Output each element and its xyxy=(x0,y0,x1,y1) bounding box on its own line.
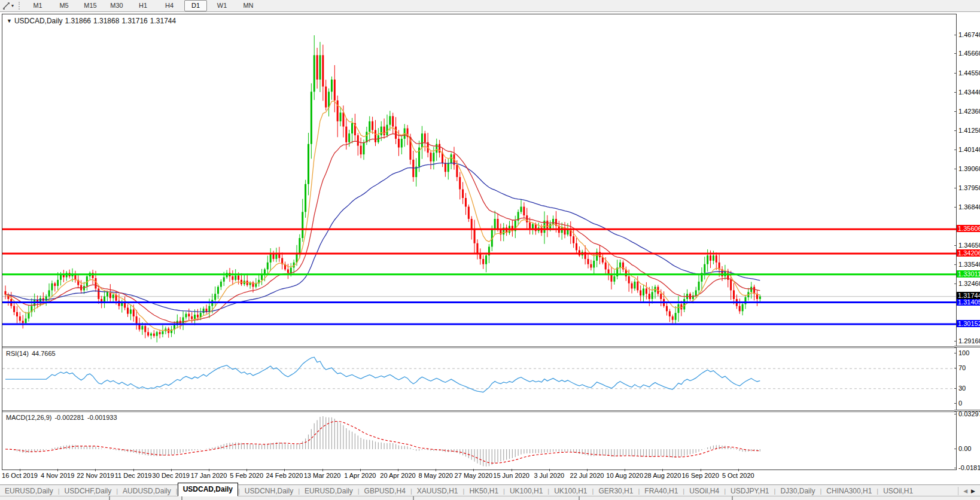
rsi-name: RSI(14) xyxy=(6,350,29,357)
date-label: 4 Nov 2019 xyxy=(41,472,74,479)
hline-price-label: 1.34206 xyxy=(957,249,980,257)
timeframe-button-h4[interactable]: H4 xyxy=(158,0,181,11)
price-panel[interactable]: ▼ USDCAD,Daily 1.31866 1.31868 1.31716 1… xyxy=(2,14,956,346)
date-label: 13 Mar 2020 xyxy=(304,472,341,479)
price-tick-label: 1.34650 xyxy=(958,242,980,249)
symbol-tab-eurusd-0[interactable]: EURUSD,Daily xyxy=(0,486,58,496)
rsi-panel[interactable]: RSI(14)44.7665 xyxy=(2,348,956,410)
axis-tick xyxy=(954,207,957,208)
price-tick-label: 30 xyxy=(958,385,966,392)
date-tick xyxy=(738,469,739,471)
timeframe-button-m30[interactable]: M30 xyxy=(105,0,128,11)
price-tick-label: -0.018154 xyxy=(958,465,980,471)
macd-panel[interactable]: MACD(12,26,9)-0.002281-0.001933 xyxy=(2,412,956,469)
symbol-tab-gbpusd-6[interactable]: GBPUSD,H4 xyxy=(360,486,410,496)
timeframe-button-m15[interactable]: M15 xyxy=(79,0,102,11)
axis-tick xyxy=(954,111,957,112)
axis-tick xyxy=(954,414,957,414)
symbol-tab-hk50-8[interactable]: HK50,H1 xyxy=(464,486,503,496)
symbol-tab-usoil-13[interactable]: USOil,H4 xyxy=(684,486,724,496)
crosshair-tool-icon xyxy=(2,2,10,10)
timeframe-button-mn[interactable]: MN xyxy=(237,0,260,11)
hline-price-label: 1.31405 xyxy=(957,298,980,306)
axis-tick xyxy=(954,245,957,246)
current-price-label: 1.31744 xyxy=(957,292,980,299)
top-toolbar: ▾ M1M5M15M30H1H4D1W1MN xyxy=(0,0,980,12)
chart-window: ▼ USDCAD,Daily 1.31866 1.31868 1.31716 1… xyxy=(2,14,957,470)
date-label: 3 Jul 2020 xyxy=(534,472,564,479)
price-tick-label: 1.37950 xyxy=(958,185,980,191)
symbol-tab-uk100-10[interactable]: UK100,H1 xyxy=(549,486,592,496)
status-strip xyxy=(0,496,980,500)
date-tick xyxy=(662,469,663,471)
date-label: 5 Oct 2020 xyxy=(722,472,754,479)
date-tick xyxy=(284,469,285,471)
collapse-triangle-icon[interactable]: ▼ xyxy=(7,18,12,24)
symbol-tab-ger30-11[interactable]: GER30,H1 xyxy=(594,486,638,496)
date-tick xyxy=(57,469,58,471)
date-label: 10 Aug 2020 xyxy=(606,472,643,479)
timeframe-button-m1[interactable]: M1 xyxy=(26,0,49,11)
symbol-tab-uk100-9[interactable]: UK100,H1 xyxy=(505,486,547,496)
date-tick xyxy=(20,469,20,471)
price-tick-label: 1.29160 xyxy=(958,338,980,344)
chevron-down-icon[interactable]: ▾ xyxy=(11,3,14,8)
axis-tick xyxy=(954,73,957,74)
tab-scroll-right-icon[interactable]: ▶ xyxy=(971,488,975,494)
axis-tick xyxy=(954,130,957,131)
price-tick-label: 1.33540 xyxy=(958,261,980,268)
axis-tick xyxy=(954,368,957,368)
date-tick xyxy=(360,469,361,471)
timeframe-button-h1[interactable]: H1 xyxy=(132,0,154,11)
symbol-tab-usdjpy-14[interactable]: USDJPY,H1 xyxy=(726,486,774,496)
date-label: 28 Aug 2020 xyxy=(644,472,681,479)
symbol-tab-bar: EURUSD,Daily|USDCHF,Daily|AUDUSD,Daily|U… xyxy=(0,484,980,496)
date-tick xyxy=(95,469,96,471)
axis-tick xyxy=(954,92,957,93)
symbol-tab-usdcad-3[interactable]: USDCAD,Daily xyxy=(178,483,238,496)
price-tick-label: 0 xyxy=(958,400,962,407)
axis-tick xyxy=(954,388,957,389)
symbol-tab-usdcnh-4[interactable]: USDCNH,Daily xyxy=(240,486,298,496)
axis-tick xyxy=(954,341,957,342)
symbol-tab-fra40-12[interactable]: FRA40,H1 xyxy=(640,486,683,496)
tab-scroll-left-icon[interactable]: ◀ xyxy=(963,488,967,494)
symbol-tab-usdchf-1[interactable]: USDCHF,Daily xyxy=(60,486,117,496)
date-tick xyxy=(587,469,588,471)
axis-tick xyxy=(954,53,957,54)
symbol-tab-audusd-2[interactable]: AUDUSD,Daily xyxy=(118,486,176,496)
date-tick xyxy=(436,469,436,471)
price-tick-label: 1.42360 xyxy=(958,108,980,115)
quote-high: 1.31868 xyxy=(93,17,119,25)
timeframe-button-d1[interactable]: D1 xyxy=(184,0,207,11)
timeframe-button-w1[interactable]: W1 xyxy=(211,0,233,11)
toolbar-grip xyxy=(19,2,23,10)
axis-tick xyxy=(954,449,957,449)
axis-tick xyxy=(954,169,957,169)
symbol-tab-usoil-17[interactable]: USOil,H1 xyxy=(878,486,918,496)
cursor-tool-button[interactable]: ▾ xyxy=(0,0,16,11)
axis-tick xyxy=(954,264,957,265)
date-label: 22 Jul 2020 xyxy=(570,472,604,479)
symbol-tab-dj30-15[interactable]: DJ30,Daily xyxy=(775,486,820,496)
date-tick xyxy=(512,469,512,471)
date-axis[interactable]: 16 Oct 20194 Nov 201922 Nov 201911 Dec 2… xyxy=(2,470,957,478)
macd-label: MACD(12,26,9)-0.002281-0.001933 xyxy=(6,414,120,421)
date-tick xyxy=(625,469,625,471)
price-scale[interactable]: 1.467401.456601.445501.434401.423601.412… xyxy=(957,14,980,469)
symbol-tab-xauusd-7[interactable]: XAUUSD,H1 xyxy=(412,486,463,496)
date-label: 22 Nov 2019 xyxy=(77,472,114,479)
date-tick xyxy=(398,469,398,471)
symbol-tab-eurusd-5[interactable]: EURUSD,Daily xyxy=(300,486,358,496)
axis-tick xyxy=(954,353,957,353)
axis-tick xyxy=(954,35,957,35)
axis-tick xyxy=(954,150,957,150)
macd-name: MACD(12,26,9) xyxy=(6,414,51,421)
macd-signal-value: -0.001933 xyxy=(87,414,117,421)
date-tick xyxy=(549,469,550,471)
timeframe-button-m5[interactable]: M5 xyxy=(53,0,75,11)
symbol-tab-china300-16[interactable]: CHINA300,H1 xyxy=(821,486,876,496)
axis-tick xyxy=(954,468,957,468)
price-tick-label: 1.36840 xyxy=(958,204,980,211)
price-tick-label: 1.45660 xyxy=(958,50,980,57)
